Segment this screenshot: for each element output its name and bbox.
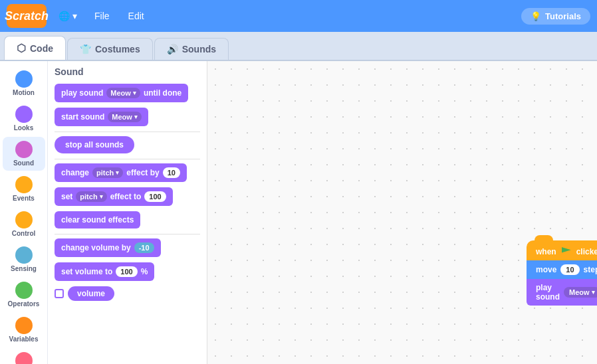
main-area: Motion Looks Sound Events Control Sensin… <box>0 61 597 364</box>
set-effect-block-row: set pitch ▾ effect to 100 <box>55 187 200 206</box>
when-label: when <box>536 247 556 256</box>
volume-reporter-block[interactable]: volume <box>68 286 114 301</box>
play-sound-ws-block[interactable]: play sound Meow ▾ until done <box>527 279 597 306</box>
sidebar-item-events[interactable]: Events <box>3 172 45 206</box>
globe-icon: 🌐 <box>59 11 70 21</box>
looks-label: Looks <box>14 124 33 132</box>
move-prefix: move <box>536 265 556 274</box>
volume-reporter-row: volume <box>55 286 200 301</box>
effect-by-value[interactable]: 10 <box>163 167 180 178</box>
category-sidebar: Motion Looks Sound Events Control Sensin… <box>0 61 48 364</box>
sensing-dot <box>15 246 33 264</box>
clear-effects-block-row: clear sound effects <box>55 211 200 228</box>
panel-title: Sound <box>55 66 200 77</box>
control-label: Control <box>12 230 36 237</box>
sound-dot <box>15 141 33 158</box>
workspace: when clicked move 10 steps play sound Me… <box>207 61 597 364</box>
clear-effects-block[interactable]: clear sound effects <box>55 211 140 228</box>
start-sound-block[interactable]: start sound Meow ▾ <box>55 108 148 126</box>
sidebar-item-control[interactable]: Control <box>3 207 45 241</box>
variables-label: Variables <box>9 335 39 343</box>
edit-menu[interactable]: Edit <box>123 8 150 24</box>
pitch-dropdown-2[interactable]: pitch ▾ <box>76 191 106 202</box>
tabbar: ⬡ Code 👕 Costumes 🔊 Sounds <box>0 32 597 61</box>
move-steps-block[interactable]: move 10 steps <box>527 260 597 279</box>
change-volume-block[interactable]: change volume by -10 <box>55 238 161 257</box>
sound-prefix: play sound <box>536 283 560 302</box>
sidebar-item-myblocks[interactable]: My Blocks <box>3 348 45 364</box>
blocks-panel: Sound play sound Meow ▾ until done start… <box>48 61 207 364</box>
tutorials-label: Tutorials <box>545 11 581 21</box>
sound-label: Sound <box>13 159 34 167</box>
hat-block-group: when clicked move 10 steps play sound Me… <box>527 240 597 306</box>
tab-sounds-label: Sounds <box>182 44 216 54</box>
operators-dot <box>15 282 33 299</box>
motion-label: Motion <box>13 89 35 96</box>
tab-costumes[interactable]: 👕 Costumes <box>67 38 153 60</box>
globe-arrow: ▾ <box>72 11 77 21</box>
set-volume-block[interactable]: set volume to 100 % <box>55 262 154 281</box>
events-label: Events <box>13 195 35 202</box>
pitch-dropdown-1[interactable]: pitch ▾ <box>92 167 123 178</box>
sidebar-item-motion[interactable]: Motion <box>3 66 45 100</box>
code-icon: ⬡ <box>17 42 26 54</box>
when-flag-clicked-block[interactable]: when clicked <box>527 240 597 260</box>
flag-icon <box>562 247 571 256</box>
stop-all-sounds-label: stop all sounds <box>65 140 124 149</box>
meow-dropdown-1[interactable]: Meow ▾ <box>106 88 140 98</box>
set-volume-block-row: set volume to 100 % <box>55 262 200 281</box>
tab-sounds[interactable]: 🔊 Sounds <box>154 38 229 60</box>
change-effect-block-row: change pitch ▾ effect by 10 <box>55 163 200 182</box>
divider-2 <box>55 159 200 159</box>
change-effect-block[interactable]: change pitch ▾ effect by 10 <box>55 163 187 182</box>
start-sound-block-row: start sound Meow ▾ <box>55 108 200 126</box>
move-value[interactable]: 10 <box>560 264 579 275</box>
globe-button[interactable]: 🌐 ▾ <box>55 8 81 24</box>
stop-all-sounds-block-row: stop all sounds <box>55 136 200 153</box>
sidebar-item-sensing[interactable]: Sensing <box>3 242 45 276</box>
move-suffix: steps <box>584 265 597 274</box>
sound-tab-icon: 🔊 <box>167 44 178 54</box>
variables-dot <box>15 317 33 334</box>
divider-1 <box>55 132 200 132</box>
stop-all-sounds-block[interactable]: stop all sounds <box>55 136 134 153</box>
events-dot <box>15 176 33 193</box>
scratch-logo[interactable]: Scratch <box>7 4 47 28</box>
hat-notch <box>535 235 553 243</box>
tutorials-button[interactable]: 💡 Tutorials <box>521 8 590 25</box>
sensing-label: Sensing <box>11 265 37 272</box>
file-menu[interactable]: File <box>89 8 115 24</box>
topbar: Scratch 🌐 ▾ File Edit 💡 Tutorials <box>0 0 597 32</box>
tab-code-label: Code <box>30 43 53 54</box>
tab-costumes-label: Costumes <box>95 44 140 54</box>
set-effect-block[interactable]: set pitch ▾ effect to 100 <box>55 187 173 206</box>
change-volume-block-row: change volume by -10 <box>55 238 200 257</box>
divider-3 <box>55 234 200 234</box>
sidebar-item-sound[interactable]: Sound <box>3 137 45 171</box>
costume-icon: 👕 <box>80 44 91 54</box>
meow-dropdown-2[interactable]: Meow ▾ <box>108 112 142 122</box>
clicked-label: clicked <box>576 247 597 256</box>
sidebar-item-looks[interactable]: Looks <box>3 102 45 136</box>
play-sound-block-row: play sound Meow ▾ until done <box>55 84 200 102</box>
operators-label: Operators <box>8 300 40 308</box>
tutorials-icon: 💡 <box>531 11 541 21</box>
play-sound-until-block[interactable]: play sound Meow ▾ until done <box>55 84 188 102</box>
volume-set-value[interactable]: 100 <box>116 266 137 277</box>
myblocks-dot <box>15 352 33 364</box>
script-container: when clicked move 10 steps play sound Me… <box>527 240 597 306</box>
control-dot <box>15 211 33 228</box>
volume-change-value[interactable]: -10 <box>134 242 154 253</box>
effect-to-value[interactable]: 100 <box>144 191 166 202</box>
tab-code[interactable]: ⬡ Code <box>4 36 66 60</box>
motion-dot <box>15 70 33 88</box>
volume-checkbox[interactable] <box>55 289 64 298</box>
looks-dot <box>15 106 33 123</box>
sidebar-item-operators[interactable]: Operators <box>3 278 45 312</box>
sound-dropdown-ws[interactable]: Meow ▾ <box>564 287 597 298</box>
sidebar-item-variables[interactable]: Variables <box>3 313 45 347</box>
